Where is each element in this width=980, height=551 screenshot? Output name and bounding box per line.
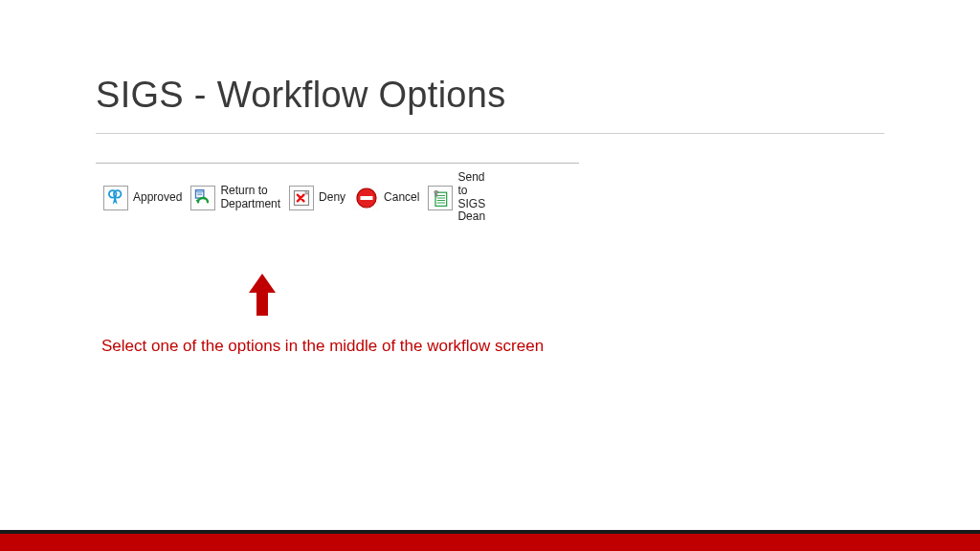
slide: SIGS - Workflow Options Approved <box>0 0 980 551</box>
page-title: SIGS - Workflow Options <box>96 75 884 116</box>
svg-point-1 <box>114 190 122 198</box>
deny-button[interactable]: Deny <box>287 184 347 212</box>
cancel-icon <box>354 186 379 210</box>
workflow-toolbar-wrap: Approved Return to Department <box>96 163 579 231</box>
cancel-button[interactable]: Cancel <box>352 184 421 212</box>
return-label: Return to Department <box>220 185 280 211</box>
return-button[interactable]: Return to Department <box>189 183 282 213</box>
svg-rect-6 <box>361 196 373 200</box>
instruction-text: Select one of the options in the middle … <box>101 337 884 356</box>
pointer-arrow <box>249 274 884 316</box>
send-icon <box>428 186 453 210</box>
svg-rect-2 <box>196 189 204 197</box>
send-button[interactable]: Send to SIGS Dean <box>426 169 487 226</box>
send-label: Send to SIGS Dean <box>457 171 485 224</box>
approved-icon <box>103 186 128 210</box>
deny-label: Deny <box>319 191 345 205</box>
approved-button[interactable]: Approved <box>101 184 184 212</box>
workflow-toolbar: Approved Return to Department <box>101 169 573 226</box>
deny-icon <box>289 186 314 210</box>
bottom-accent-red <box>0 534 980 551</box>
approved-label: Approved <box>133 191 182 205</box>
title-divider <box>96 133 884 134</box>
return-icon <box>190 186 215 210</box>
cancel-label: Cancel <box>384 191 419 205</box>
